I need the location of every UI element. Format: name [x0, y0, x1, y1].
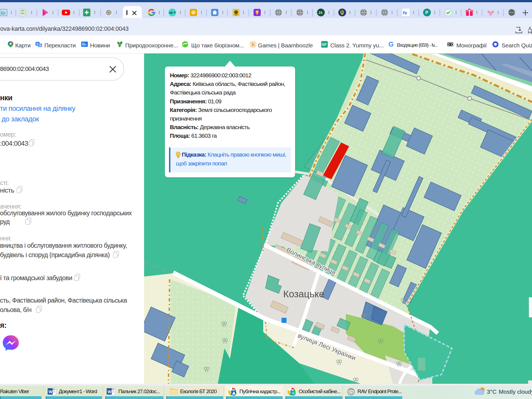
- svg-text:A: A: [36, 42, 38, 45]
- svg-text:文: 文: [39, 44, 42, 47]
- svg-text:Козацьке: Козацьке: [283, 288, 324, 299]
- svg-text:fe: fe: [403, 10, 407, 16]
- svg-text:W: W: [108, 389, 112, 394]
- svg-text:Я: Я: [292, 392, 295, 395]
- svg-text:B: B: [251, 42, 255, 47]
- svg-text:24: 24: [319, 11, 323, 15]
- svg-text:GF: GF: [322, 42, 327, 47]
- svg-text:N: N: [85, 43, 87, 46]
- svg-text:ol: ol: [169, 11, 173, 15]
- svg-text:W: W: [48, 389, 53, 394]
- svg-text:G: G: [388, 41, 394, 48]
- svg-text:Gr: Gr: [1, 11, 6, 15]
- svg-text:P: P: [425, 10, 428, 15]
